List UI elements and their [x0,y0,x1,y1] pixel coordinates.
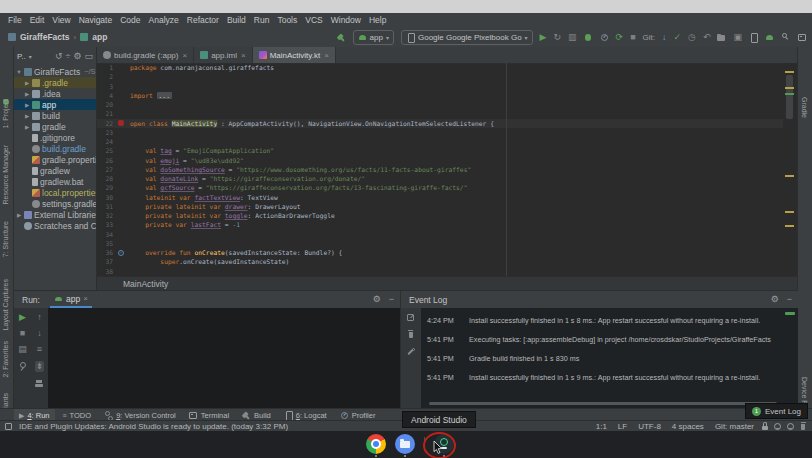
strip-resource-manager[interactable]: Resource Manager [2,145,9,205]
menu-tools[interactable]: Tools [273,15,301,25]
status-message[interactable]: IDE and Plugin Updates: Android Studio i… [19,422,288,431]
git-update-icon[interactable]: ↓ [662,33,667,42]
close-icon[interactable]: × [83,294,88,303]
window-titlebar[interactable] [0,0,812,14]
face-icon-2[interactable] [786,422,795,431]
settings-gear-icon[interactable]: ⚙ [771,295,779,304]
breadcrumb-module[interactable]: app [92,32,107,42]
folder-icon[interactable] [717,33,726,42]
tree-item-app[interactable]: ▶app [14,99,96,110]
tree-arrow-icon[interactable]: ▼ [16,69,22,75]
class-gutter-icon[interactable] [118,120,124,126]
refresh-icon[interactable]: ↺ [55,52,63,61]
code-area[interactable]: 1package com.naranjaconsal.giraffefacts2… [97,63,783,277]
lock-icon[interactable] [760,422,769,431]
trash-icon[interactable] [407,330,416,339]
status-4-spaces[interactable]: 4 spaces [672,422,704,431]
menu-analyze[interactable]: Analyze [145,15,183,25]
stop-icon[interactable]: ■ [630,33,635,42]
rerun-icon[interactable]: ▶ [19,313,26,322]
trash-icon[interactable] [799,422,808,431]
toolwindow-toggle-icon[interactable] [4,422,13,431]
close-icon[interactable]: × [324,51,329,60]
tree-arrow-icon[interactable]: ▶ [24,113,30,119]
menu-navigate[interactable]: Navigate [75,15,117,25]
tree-item-local-properties[interactable]: local.properties [14,187,96,198]
status-1-1[interactable]: 1:1 [596,422,607,431]
menu-help[interactable]: Help [365,15,390,25]
tree-item--gitignore[interactable]: .gitignore [14,132,96,143]
status-utf-8[interactable]: UTF-8 [638,422,661,431]
tree-item--gradle[interactable]: ▶.gradle [14,77,96,88]
strip-7-structure[interactable]: 7: Structure [2,221,9,257]
editor-scrollbar[interactable] [783,63,797,277]
profile-icon[interactable] [600,33,609,42]
tree-arrow-icon[interactable]: ▶ [24,124,30,130]
editor[interactable]: build.gradle (:app)×app.iml×MainActivity… [97,47,797,290]
tab-mainactivity-kt[interactable]: MainActivity.kt× [253,47,336,63]
git-history-icon[interactable]: ◷ [688,33,696,42]
coverage-icon[interactable]: ▥ [568,33,577,42]
close-icon[interactable]: × [182,51,187,60]
breadcrumb-class[interactable]: MainActivity [123,279,168,289]
up-icon[interactable]: ↑ [37,313,42,322]
debug-icon[interactable] [584,33,593,42]
layout-inspector-icon[interactable] [797,33,806,42]
menu-code[interactable]: Code [116,15,144,25]
event-log-badge[interactable]: 1 Event Log [745,403,808,419]
git-rollback-icon[interactable]: ↶ [703,33,711,42]
override-gutter-icon[interactable]: ↑ [118,250,124,256]
project-view-selector[interactable]: P.. [17,52,26,61]
soft-wrap-icon[interactable]: ≡ [37,345,42,354]
status-git-master[interactable]: Git: master [715,422,754,431]
run-icon[interactable]: ▶ [540,33,547,42]
settings-gear-icon[interactable]: ⚙ [373,295,381,304]
tab-app-iml[interactable]: app.iml× [194,47,252,63]
git-commit-icon[interactable]: ✓ [674,33,682,42]
chrome-icon[interactable] [366,434,386,454]
minimize-icon[interactable]: − [787,295,792,304]
print-icon[interactable] [35,379,44,388]
tree-item-gradle[interactable]: ▶gradle [14,121,96,132]
tree-item-gradlew[interactable]: gradlew [14,165,96,176]
wrench-icon[interactable] [407,347,416,356]
pin-icon[interactable] [18,361,27,370]
files-icon[interactable] [395,434,415,454]
settings-gear-icon[interactable]: ⚙ [73,52,81,61]
collapse-all-icon[interactable]: ÷ [65,52,70,61]
tree-item--idea[interactable]: ▶.idea [14,88,96,99]
minimize-icon[interactable]: − [389,295,394,304]
search-icon[interactable] [781,33,790,42]
event-log-content[interactable]: 4:24 PMInstall successfully finished in … [421,308,798,409]
tree-arrow-icon[interactable]: ▶ [24,102,30,108]
stop-icon[interactable]: ■ [20,329,25,338]
apply-changes-icon[interactable]: ↻ [554,33,562,42]
strip-layout-captures[interactable]: Layout Captures [2,279,9,330]
android-studio-icon[interactable] [434,434,454,454]
menu-refactor[interactable]: Refactor [183,15,223,25]
tree-item-scratches-and-consoles[interactable]: Scratches and Consoles [14,220,96,231]
strip-1-project[interactable]: 1: Project [2,99,9,129]
hide-panel-icon[interactable]: ▭ [84,52,93,61]
tree-item-settings-gradle[interactable]: settings.gradle [14,198,96,209]
tree-item-gradlew-bat[interactable]: gradlew.bat [14,176,96,187]
menu-run[interactable]: Run [250,15,274,25]
build-hammer-icon[interactable] [337,33,346,42]
strip-2-favorites[interactable]: 2: Favorites [2,341,9,378]
tree-item-gradle-properties[interactable]: gradle.properties [14,154,96,165]
menu-window[interactable]: Window [327,15,365,25]
horizontal-scrollbar[interactable] [429,402,777,405]
strip-gradle[interactable]: Gradle [801,97,808,118]
close-icon[interactable]: × [241,51,246,60]
tab-build-gradle-app-[interactable]: build.gradle (:app)× [97,47,194,63]
tree-item-giraffefacts[interactable]: ▼GiraffeFacts~/S [14,66,96,77]
run-tab-app[interactable]: app × [50,291,92,308]
sdk-manager-icon[interactable] [765,33,774,42]
device-select[interactable]: Google Google Pixelbook Go▾ [401,30,533,45]
tree-item-external-libraries[interactable]: ▶External Libraries [14,209,96,220]
menu-vcs[interactable]: VCS [301,15,326,25]
status-lf[interactable]: LF [618,422,627,431]
run-config-select[interactable]: app▾ [353,30,394,45]
tree-arrow-icon[interactable]: ▶ [24,80,30,86]
apply-code-changes-icon[interactable]: ⟳ [616,33,624,42]
